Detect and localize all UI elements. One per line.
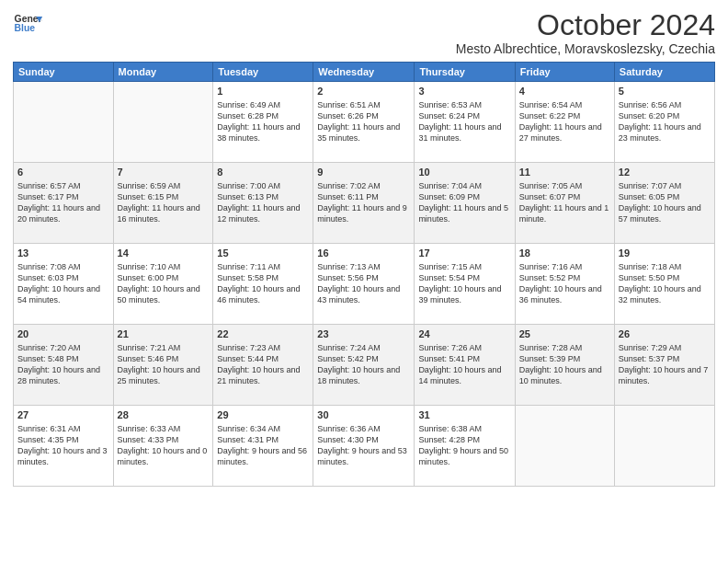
day-info: Sunrise: 7:10 AM Sunset: 6:00 PM Dayligh… [118, 261, 210, 306]
calendar-cell: 6Sunrise: 6:57 AM Sunset: 6:17 PM Daylig… [14, 163, 114, 244]
calendar-cell: 15Sunrise: 7:11 AM Sunset: 5:58 PM Dayli… [213, 244, 313, 325]
day-info: Sunrise: 6:54 AM Sunset: 6:22 PM Dayligh… [519, 99, 610, 144]
calendar-cell: 1Sunrise: 6:49 AM Sunset: 6:28 PM Daylig… [213, 82, 313, 163]
day-info: Sunrise: 7:24 AM Sunset: 5:42 PM Dayligh… [317, 342, 410, 387]
day-info: Sunrise: 7:13 AM Sunset: 5:56 PM Dayligh… [317, 261, 410, 306]
day-info: Sunrise: 6:49 AM Sunset: 6:28 PM Dayligh… [217, 99, 309, 144]
calendar-cell: 12Sunrise: 7:07 AM Sunset: 6:05 PM Dayli… [614, 163, 714, 244]
day-info: Sunrise: 6:53 AM Sunset: 6:24 PM Dayligh… [418, 99, 510, 144]
calendar-week-row: 27Sunrise: 6:31 AM Sunset: 4:35 PM Dayli… [14, 406, 715, 487]
calendar-cell: 26Sunrise: 7:29 AM Sunset: 5:37 PM Dayli… [614, 325, 714, 406]
logo: General Blue [13, 9, 42, 39]
calendar-cell: 25Sunrise: 7:28 AM Sunset: 5:39 PM Dayli… [515, 325, 614, 406]
calendar-cell: 10Sunrise: 7:04 AM Sunset: 6:09 PM Dayli… [415, 163, 515, 244]
day-number: 23 [317, 327, 410, 341]
day-info: Sunrise: 6:57 AM Sunset: 6:17 PM Dayligh… [17, 180, 109, 225]
day-info: Sunrise: 7:15 AM Sunset: 5:54 PM Dayligh… [418, 261, 510, 306]
day-info: Sunrise: 6:36 AM Sunset: 4:30 PM Dayligh… [317, 423, 410, 468]
calendar-cell [14, 82, 114, 163]
day-number: 16 [317, 247, 410, 260]
day-info: Sunrise: 6:33 AM Sunset: 4:33 PM Dayligh… [118, 423, 210, 468]
day-info: Sunrise: 7:04 AM Sunset: 6:09 PM Dayligh… [418, 180, 510, 225]
calendar-cell: 13Sunrise: 7:08 AM Sunset: 6:03 PM Dayli… [14, 244, 114, 325]
day-info: Sunrise: 7:18 AM Sunset: 5:50 PM Dayligh… [619, 261, 711, 306]
header: General Blue October 2024 Mesto Albrecht… [13, 9, 715, 56]
day-info: Sunrise: 7:28 AM Sunset: 5:39 PM Dayligh… [519, 342, 610, 387]
calendar-cell: 4Sunrise: 6:54 AM Sunset: 6:22 PM Daylig… [515, 82, 614, 163]
day-number: 27 [17, 408, 109, 422]
day-info: Sunrise: 7:20 AM Sunset: 5:48 PM Dayligh… [17, 342, 109, 387]
day-number: 7 [118, 166, 210, 179]
day-info: Sunrise: 7:08 AM Sunset: 6:03 PM Dayligh… [17, 261, 109, 306]
day-number: 28 [118, 408, 210, 422]
calendar-cell: 8Sunrise: 7:00 AM Sunset: 6:13 PM Daylig… [213, 163, 313, 244]
day-info: Sunrise: 7:11 AM Sunset: 5:58 PM Dayligh… [217, 261, 309, 306]
calendar-cell: 7Sunrise: 6:59 AM Sunset: 6:15 PM Daylig… [113, 163, 213, 244]
day-number: 30 [317, 408, 410, 422]
day-number: 19 [619, 247, 711, 260]
day-number: 5 [619, 85, 711, 98]
calendar-cell: 17Sunrise: 7:15 AM Sunset: 5:54 PM Dayli… [415, 244, 515, 325]
calendar-cell: 23Sunrise: 7:24 AM Sunset: 5:42 PM Dayli… [313, 325, 415, 406]
calendar-cell [614, 406, 714, 487]
day-number: 13 [17, 247, 109, 260]
day-number: 2 [317, 85, 410, 98]
calendar-cell: 31Sunrise: 6:38 AM Sunset: 4:28 PM Dayli… [415, 406, 515, 487]
day-of-week-thursday: Thursday [415, 63, 515, 82]
day-info: Sunrise: 6:38 AM Sunset: 4:28 PM Dayligh… [418, 423, 510, 468]
day-number: 14 [118, 247, 210, 260]
day-info: Sunrise: 7:26 AM Sunset: 5:41 PM Dayligh… [418, 342, 510, 387]
day-info: Sunrise: 7:21 AM Sunset: 5:46 PM Dayligh… [118, 342, 210, 387]
day-number: 4 [519, 85, 610, 98]
day-of-week-wednesday: Wednesday [313, 63, 415, 82]
calendar-cell: 11Sunrise: 7:05 AM Sunset: 6:07 PM Dayli… [515, 163, 614, 244]
day-info: Sunrise: 7:23 AM Sunset: 5:44 PM Dayligh… [217, 342, 309, 387]
day-number: 8 [217, 166, 309, 179]
day-number: 21 [118, 327, 210, 341]
calendar-cell [113, 82, 213, 163]
calendar-cell: 3Sunrise: 6:53 AM Sunset: 6:24 PM Daylig… [415, 82, 515, 163]
day-number: 17 [418, 247, 510, 260]
day-info: Sunrise: 7:00 AM Sunset: 6:13 PM Dayligh… [217, 180, 309, 225]
day-info: Sunrise: 7:29 AM Sunset: 5:37 PM Dayligh… [619, 342, 711, 387]
calendar-cell: 14Sunrise: 7:10 AM Sunset: 6:00 PM Dayli… [113, 244, 213, 325]
day-number: 24 [418, 327, 510, 341]
day-number: 10 [418, 166, 510, 179]
day-number: 12 [619, 166, 711, 179]
day-info: Sunrise: 7:07 AM Sunset: 6:05 PM Dayligh… [619, 180, 711, 225]
svg-text:Blue: Blue [15, 23, 36, 33]
calendar-cell: 30Sunrise: 6:36 AM Sunset: 4:30 PM Dayli… [313, 406, 415, 487]
day-number: 18 [519, 247, 610, 260]
day-info: Sunrise: 6:56 AM Sunset: 6:20 PM Dayligh… [619, 99, 711, 144]
month-title: October 2024 [456, 9, 715, 41]
day-number: 29 [217, 408, 309, 422]
calendar-cell: 18Sunrise: 7:16 AM Sunset: 5:52 PM Dayli… [515, 244, 614, 325]
calendar-cell: 19Sunrise: 7:18 AM Sunset: 5:50 PM Dayli… [614, 244, 714, 325]
day-of-week-friday: Friday [515, 63, 614, 82]
day-of-week-sunday: Sunday [14, 63, 114, 82]
day-info: Sunrise: 6:59 AM Sunset: 6:15 PM Dayligh… [118, 180, 210, 225]
calendar-cell: 22Sunrise: 7:23 AM Sunset: 5:44 PM Dayli… [213, 325, 313, 406]
day-number: 31 [418, 408, 510, 422]
calendar-header-row: SundayMondayTuesdayWednesdayThursdayFrid… [14, 63, 715, 82]
location-title: Mesto Albrechtice, Moravskoslezsky, Czec… [456, 41, 715, 56]
title-block: October 2024 Mesto Albrechtice, Moravsko… [456, 9, 715, 56]
calendar-week-row: 1Sunrise: 6:49 AM Sunset: 6:28 PM Daylig… [14, 82, 715, 163]
calendar-cell: 9Sunrise: 7:02 AM Sunset: 6:11 PM Daylig… [313, 163, 415, 244]
calendar-cell: 2Sunrise: 6:51 AM Sunset: 6:26 PM Daylig… [313, 82, 415, 163]
day-number: 22 [217, 327, 309, 341]
day-number: 20 [17, 327, 109, 341]
calendar-cell: 28Sunrise: 6:33 AM Sunset: 4:33 PM Dayli… [113, 406, 213, 487]
day-number: 25 [519, 327, 610, 341]
day-info: Sunrise: 6:51 AM Sunset: 6:26 PM Dayligh… [317, 99, 410, 144]
calendar-cell: 16Sunrise: 7:13 AM Sunset: 5:56 PM Dayli… [313, 244, 415, 325]
day-number: 15 [217, 247, 309, 260]
day-number: 1 [217, 85, 309, 98]
calendar-week-row: 13Sunrise: 7:08 AM Sunset: 6:03 PM Dayli… [14, 244, 715, 325]
calendar-week-row: 6Sunrise: 6:57 AM Sunset: 6:17 PM Daylig… [14, 163, 715, 244]
day-number: 6 [17, 166, 109, 179]
day-number: 11 [519, 166, 610, 179]
day-of-week-monday: Monday [113, 63, 213, 82]
calendar-cell: 24Sunrise: 7:26 AM Sunset: 5:41 PM Dayli… [415, 325, 515, 406]
calendar-cell: 29Sunrise: 6:34 AM Sunset: 4:31 PM Dayli… [213, 406, 313, 487]
